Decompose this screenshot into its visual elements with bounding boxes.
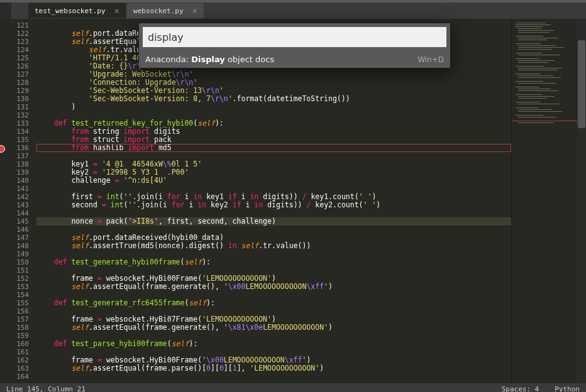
line-number: 144 xyxy=(0,209,29,217)
line-number: 161 xyxy=(0,348,29,356)
code-line[interactable]: from hashlib import md5 xyxy=(36,144,511,152)
line-number: 125 xyxy=(0,54,29,62)
editor-area: 1211221231241251261271281291301311321331… xyxy=(0,19,586,383)
line-number: 122 xyxy=(0,30,29,38)
svg-rect-26 xyxy=(516,87,539,87)
svg-rect-35 xyxy=(518,109,552,110)
svg-rect-4 xyxy=(518,30,555,31)
svg-rect-41 xyxy=(512,121,577,121)
minimap-scrollbar-thumb[interactable] xyxy=(578,40,585,128)
tab-label: websocket.py xyxy=(133,7,183,15)
code-line[interactable]: self.assertEqual(frame.generate(), '\x00… xyxy=(36,283,511,291)
code-line[interactable]: second = int(''.join(i for i in key2 if … xyxy=(36,201,511,209)
command-palette-input[interactable] xyxy=(143,27,446,47)
line-number: 124 xyxy=(0,46,29,54)
line-number: 148 xyxy=(0,242,29,250)
svg-rect-5 xyxy=(518,32,550,33)
command-palette-result[interactable]: Anaconda: Display object docs Win+D xyxy=(139,51,450,68)
line-number: 134 xyxy=(0,128,29,136)
svg-rect-3 xyxy=(518,28,542,29)
svg-rect-38 xyxy=(518,117,556,117)
line-number: 164 xyxy=(0,373,29,381)
minimap-scrollbar-track[interactable] xyxy=(577,19,586,383)
code-line[interactable]: self.assertEqual(frame.generate(), '\x81… xyxy=(36,324,511,332)
svg-rect-27 xyxy=(518,89,551,89)
status-language[interactable]: Python xyxy=(555,385,580,393)
svg-rect-1 xyxy=(516,24,551,25)
line-number: 160 xyxy=(0,340,29,348)
svg-rect-40 xyxy=(518,122,553,123)
svg-rect-10 xyxy=(518,45,556,46)
svg-rect-20 xyxy=(518,70,557,70)
svg-rect-13 xyxy=(516,53,542,53)
line-number: 163 xyxy=(0,364,29,373)
line-number: 135 xyxy=(0,136,29,144)
svg-rect-24 xyxy=(516,81,543,82)
code-line[interactable]: challenge = '^n:ds[4U' xyxy=(36,177,511,185)
close-icon[interactable]: × xyxy=(192,6,197,15)
svg-rect-14 xyxy=(518,55,560,55)
svg-rect-37 xyxy=(516,115,543,116)
code-content[interactable]: self.port.dataRecei self.assertEqual( se… xyxy=(34,19,511,383)
svg-rect-31 xyxy=(518,98,547,99)
svg-rect-32 xyxy=(516,102,541,102)
line-number: 146 xyxy=(0,226,29,234)
line-number: 132 xyxy=(0,111,29,119)
line-number: 162 xyxy=(0,356,29,364)
svg-rect-34 xyxy=(516,107,538,108)
status-indent[interactable]: Spaces: 4 xyxy=(502,385,539,393)
line-number: 139 xyxy=(0,168,29,177)
line-number: 147 xyxy=(0,234,29,242)
line-number: 142 xyxy=(0,193,29,201)
line-number: 127 xyxy=(0,70,29,79)
svg-rect-9 xyxy=(516,43,541,44)
line-number: 151 xyxy=(0,266,29,275)
code-line[interactable]: 'Sec-WebSocket-Version: 8, 7\r\n'.format… xyxy=(36,95,511,103)
svg-rect-21 xyxy=(516,74,541,74)
line-number: 133 xyxy=(0,119,29,128)
line-number: 140 xyxy=(0,177,29,185)
code-line[interactable]: ) xyxy=(36,103,511,111)
line-number: 157 xyxy=(0,315,29,324)
line-number: 159 xyxy=(0,332,29,340)
line-number: 123 xyxy=(0,38,29,46)
svg-rect-30 xyxy=(518,96,555,97)
line-number: 128 xyxy=(0,79,29,87)
line-number: 130 xyxy=(0,95,29,103)
code-line[interactable]: def test_generate_rfc6455frame(self): xyxy=(36,299,511,307)
line-number-gutter: 1211221231241251261271281291301311321331… xyxy=(0,19,34,383)
svg-rect-0 xyxy=(516,23,546,23)
code-line[interactable]: def test_generate_hybi00frame(self): xyxy=(36,258,511,266)
svg-rect-22 xyxy=(518,75,553,76)
svg-rect-17 xyxy=(518,62,548,63)
code-line[interactable]: self.assertTrue(md5(nonce).digest() in s… xyxy=(36,242,511,250)
minimap[interactable] xyxy=(511,19,586,383)
tab-websocket[interactable]: websocket.py × xyxy=(127,3,204,18)
svg-rect-6 xyxy=(516,36,543,36)
svg-rect-36 xyxy=(518,111,562,112)
line-number: 141 xyxy=(0,185,29,193)
tab-label: test_websocket.py xyxy=(35,7,106,15)
status-bar: Line 145, Column 21 Spaces: 4 Python xyxy=(0,383,586,392)
svg-rect-15 xyxy=(516,58,539,59)
line-number: 129 xyxy=(0,87,29,95)
svg-rect-25 xyxy=(518,83,556,84)
line-number: 155 xyxy=(0,299,29,307)
code-line[interactable]: self.assertEqual(frame.parse()[0][0][1],… xyxy=(36,364,511,373)
svg-rect-19 xyxy=(518,68,562,68)
line-number: 149 xyxy=(0,250,29,258)
tab-test-websocket[interactable]: test_websocket.py × xyxy=(28,3,126,18)
line-number: 145 xyxy=(0,217,29,226)
code-line[interactable]: def test_parse_hybi00frame(self): xyxy=(36,340,511,348)
svg-rect-2 xyxy=(516,26,543,27)
line-number: 156 xyxy=(0,307,29,315)
line-number: 143 xyxy=(0,201,29,209)
svg-rect-7 xyxy=(518,38,558,38)
close-icon[interactable]: × xyxy=(114,6,119,15)
code-line[interactable] xyxy=(36,373,511,381)
code-line[interactable]: nonce = pack('>II8s', first, second, cha… xyxy=(36,217,511,226)
command-palette-result-text: Anaconda: Display object docs xyxy=(145,55,274,64)
line-number: 158 xyxy=(0,324,29,332)
status-cursor-position[interactable]: Line 145, Column 21 xyxy=(6,385,86,393)
line-number: 152 xyxy=(0,275,29,283)
